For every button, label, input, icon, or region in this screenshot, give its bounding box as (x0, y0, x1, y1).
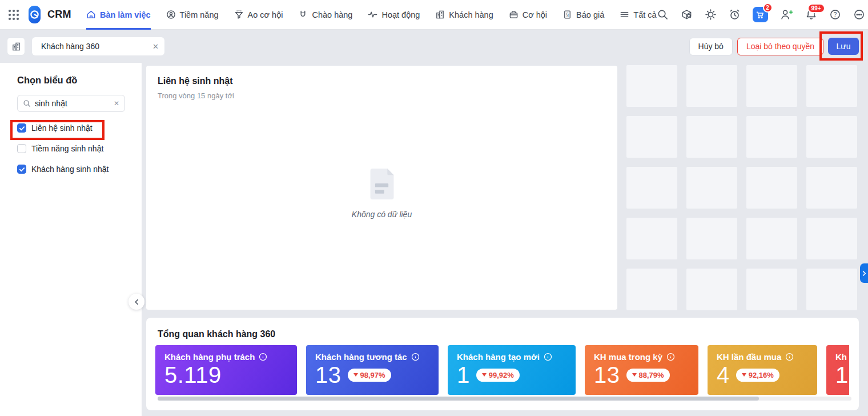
widget-placeholder (746, 269, 797, 310)
down-arrow-icon (742, 373, 746, 377)
kpi-value: 1 (835, 363, 849, 386)
more-icon[interactable] (853, 9, 865, 21)
tab-co-hoi[interactable]: Cơ hội (509, 0, 547, 30)
cart-badge: 2 (763, 3, 773, 13)
info-icon[interactable] (785, 353, 794, 361)
nav-label: Bàn làm việc (100, 10, 151, 19)
checkbox-unchecked-icon[interactable] (17, 144, 26, 153)
clear-search-icon[interactable]: ✕ (114, 99, 119, 107)
chart-option-khach-hang-sinh-nhat[interactable]: Khách hàng sinh nhật (17, 165, 124, 174)
bell-icon[interactable]: 99+ (805, 9, 817, 21)
widget-placeholder (686, 218, 737, 259)
collapse-sidebar-button[interactable] (128, 294, 144, 310)
chart-option-tiem-nang-sinh-nhat[interactable]: Tiềm năng sinh nhật (17, 144, 124, 153)
kpi-card-khach-hang-tao-moi[interactable]: Khách hàng tạo mới 1 99,92% (448, 345, 576, 395)
widget-placeholder (806, 167, 857, 209)
empty-state-text: Không có dữ liệu (352, 210, 412, 219)
expand-panel-button[interactable] (860, 263, 868, 283)
widget-placeholder (746, 167, 797, 209)
funnel-icon (234, 10, 244, 19)
wallet-icon (509, 10, 519, 19)
main-nav: Bàn làm việc Tiềm năng Ao cơ hội Chào hà… (86, 0, 657, 30)
cart-icon[interactable]: 2 (753, 7, 768, 22)
tab-chao-hang[interactable]: Chào hàng (298, 0, 352, 30)
chart-card-title: Liên hệ sinh nhật (158, 76, 606, 86)
add-user-icon[interactable] (780, 9, 793, 21)
empty-document-icon (367, 167, 397, 201)
crm-logo-icon[interactable] (29, 6, 41, 23)
tab-khach-hang[interactable]: Khách hàng (435, 0, 493, 30)
nav-label: Chào hàng (312, 10, 352, 19)
nav-label: Tiềm năng (180, 10, 219, 19)
dashboard-tab-khach-hang-360[interactable]: Khách hàng 360 ✕ (32, 37, 164, 55)
dashboard-list-button[interactable] (7, 37, 25, 55)
cancel-button[interactable]: Hủy bỏ (689, 38, 733, 55)
package-search-icon[interactable] (681, 9, 693, 21)
kpi-value: 13 (315, 363, 341, 386)
tab-tat-ca[interactable]: Tất cả (620, 0, 656, 30)
nav-label: Hoạt động (381, 10, 420, 19)
chart-card-lien-he-sinh-nhat: Liên hệ sinh nhật Trong vòng 15 ngày tới… (146, 66, 617, 310)
info-icon[interactable] (259, 353, 267, 361)
remove-by-permission-button[interactable]: Loại bỏ theo quyền (737, 38, 823, 55)
search-icon (23, 99, 31, 107)
close-tab-icon[interactable]: ✕ (152, 42, 159, 51)
tab-bao-gia[interactable]: § Báo giá (562, 0, 604, 30)
scrollbar-thumb[interactable] (158, 397, 759, 401)
info-icon[interactable] (544, 353, 552, 361)
save-button[interactable]: Lưu (828, 38, 859, 55)
kpi-card-khach-hang-tuong-tac[interactable]: Khách hàng tương tác 13 98,97% (306, 345, 439, 395)
tab-tiem-nang[interactable]: Tiềm năng (166, 0, 219, 30)
kpi-card-kh-mua-trong-ky[interactable]: KH mua trong kỳ 13 88,79% (585, 345, 698, 395)
chart-card-subtitle: Trong vòng 15 ngày tới (158, 91, 606, 100)
widget-placeholder (626, 65, 677, 107)
tab-ban-lam-viec[interactable]: Bàn làm việc (86, 0, 151, 30)
checkbox-checked-icon[interactable] (17, 165, 26, 174)
gear-icon[interactable] (705, 9, 717, 21)
widget-placeholder (626, 269, 677, 310)
tab-hoat-dong[interactable]: Hoạt động (368, 0, 420, 30)
dashboard-toolbar: Khách hàng 360 ✕ Hủy bỏ Loại bỏ theo quy… (0, 30, 868, 63)
chart-search-input[interactable] (35, 99, 103, 108)
chart-option-label: Khách hàng sinh nhật (31, 165, 108, 174)
app-launcher-icon[interactable] (7, 8, 21, 22)
chart-search-box[interactable]: ✕ (17, 95, 125, 112)
widget-placeholder (686, 65, 737, 107)
checkbox-checked-icon[interactable] (17, 123, 26, 133)
info-icon[interactable] (666, 353, 675, 361)
kpi-card-clipped[interactable]: Kh 1 (826, 345, 849, 395)
search-icon[interactable] (657, 9, 669, 21)
widget-placeholder (626, 116, 677, 158)
kpi-title: KH mua trong kỳ (594, 352, 662, 362)
magnet-icon (298, 10, 308, 19)
kpi-title: KH lần đầu mua (717, 352, 781, 362)
info-icon[interactable] (411, 353, 420, 361)
widget-placeholder (806, 65, 857, 107)
svg-text:?: ? (833, 11, 837, 18)
down-arrow-icon (632, 373, 637, 377)
widget-placeholder (806, 269, 857, 310)
tab-ao-co-hoi[interactable]: Ao cơ hội (234, 0, 283, 30)
kpi-title: Khách hàng tạo mới (457, 352, 540, 362)
widget-placeholder (686, 269, 737, 310)
invoice-icon: § (562, 10, 572, 19)
kpi-value: 13 (594, 363, 620, 386)
nav-label: Khách hàng (449, 10, 493, 19)
down-arrow-icon (353, 373, 358, 377)
chart-option-lien-he-sinh-nhat[interactable]: Liên hệ sinh nhật (17, 123, 124, 133)
help-icon[interactable]: ? (829, 9, 841, 21)
nav-label: Ao cơ hội (248, 10, 283, 19)
nav-label: Tất cả (633, 10, 656, 19)
horizontal-scrollbar[interactable] (158, 397, 851, 401)
kpi-card-khach-hang-phu-trach[interactable]: Khách hàng phụ trách 5.119 (155, 345, 297, 395)
dashboard-tab-label: Khách hàng 360 (41, 42, 99, 51)
widget-placeholder (746, 218, 797, 259)
alarm-icon[interactable] (729, 9, 741, 21)
kpi-title: Kh (835, 352, 847, 362)
kpi-value: 4 (717, 363, 730, 386)
kpi-card-kh-lan-dau-mua[interactable]: KH lần đầu mua 4 92,16% (708, 345, 817, 395)
widget-placeholder (806, 116, 857, 158)
topbar-actions: 2 99+ ? NK (657, 6, 868, 24)
widget-placeholder (746, 65, 797, 107)
notification-badge: 99+ (807, 3, 825, 13)
